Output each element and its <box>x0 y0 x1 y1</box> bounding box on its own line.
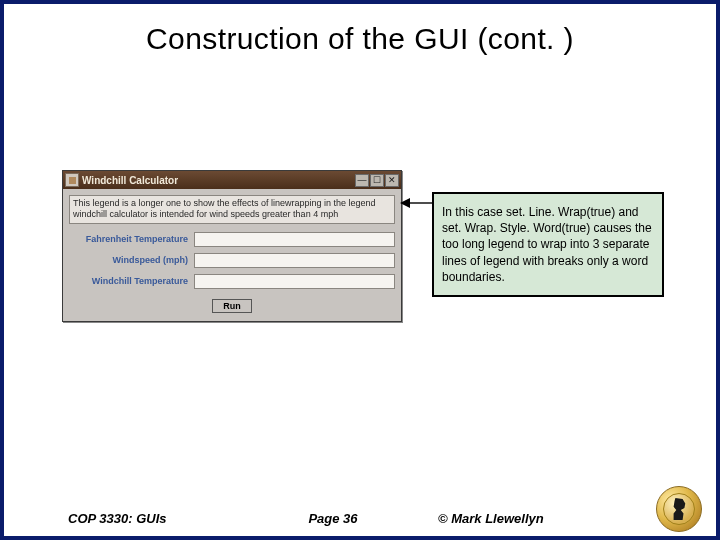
fahrenheit-label: Fahrenheit Temperature <box>69 234 194 244</box>
close-button[interactable]: ✕ <box>385 174 399 187</box>
run-button[interactable]: Run <box>212 299 252 313</box>
window-body: This legend is a longer one to show the … <box>63 189 401 321</box>
run-button-wrap: Run <box>69 295 395 313</box>
svg-marker-1 <box>400 198 410 208</box>
slide-title: Construction of the GUI (cont. ) <box>4 4 716 66</box>
callout-box: In this case set. Line. Wrap(true) and s… <box>432 192 664 297</box>
slide: Construction of the GUI (cont. ) Windchi… <box>0 0 720 540</box>
window-app-icon <box>65 173 79 187</box>
windchill-window: Windchill Calculator — ☐ ✕ This legend i… <box>62 170 402 322</box>
windspeed-label: Windspeed (mph) <box>69 255 194 265</box>
footer-page: Page 36 <box>268 511 398 526</box>
maximize-button[interactable]: ☐ <box>370 174 384 187</box>
content-area: Windchill Calculator — ☐ ✕ This legend i… <box>4 66 716 446</box>
fahrenheit-input[interactable] <box>194 232 395 247</box>
footer-copyright: © Mark Llewellyn <box>398 511 688 526</box>
windspeed-input[interactable] <box>194 253 395 268</box>
field-row-windchill: Windchill Temperature <box>69 274 395 289</box>
ucf-seal-icon <box>656 486 702 532</box>
windchill-input[interactable] <box>194 274 395 289</box>
window-titlebar: Windchill Calculator — ☐ ✕ <box>63 171 401 189</box>
minimize-button[interactable]: — <box>355 174 369 187</box>
arrow-icon <box>400 196 436 210</box>
legend-text: This legend is a longer one to show the … <box>69 195 395 224</box>
field-row-windspeed: Windspeed (mph) <box>69 253 395 268</box>
field-row-fahrenheit: Fahrenheit Temperature <box>69 232 395 247</box>
windchill-label: Windchill Temperature <box>69 276 194 286</box>
window-title: Windchill Calculator <box>82 175 354 186</box>
footer-course: COP 3330: GUIs <box>68 511 268 526</box>
footer: COP 3330: GUIs Page 36 © Mark Llewellyn <box>4 511 716 526</box>
